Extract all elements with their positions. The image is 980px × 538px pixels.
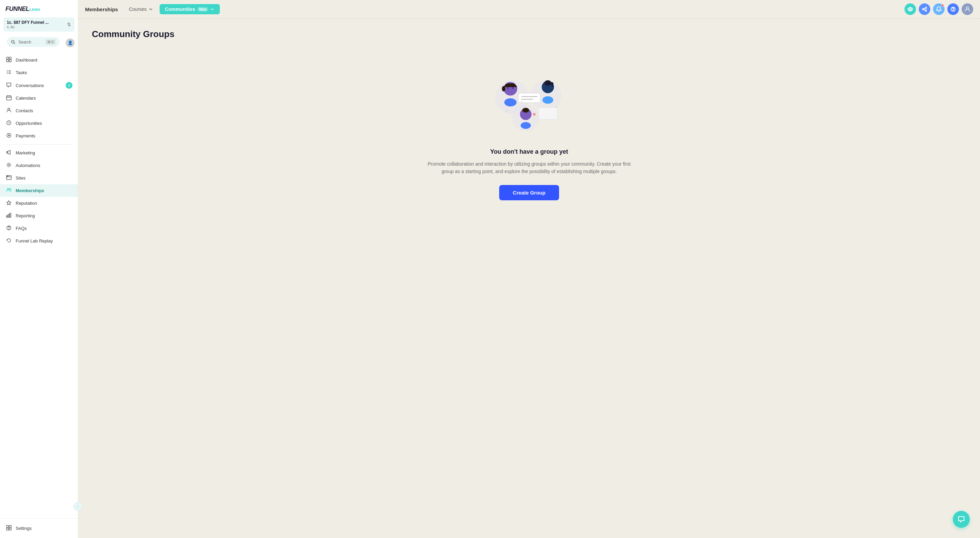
sidebar-label-sites: Sites [16,176,25,181]
reputation-icon [5,200,12,206]
top-nav-tabs: Memberships Courses Communities New [85,4,220,14]
sidebar-label-faqs: FAQs [16,226,27,231]
svg-rect-33 [6,525,8,527]
chat-fab-button[interactable] [953,511,970,528]
reporting-icon [5,213,12,219]
svg-rect-36 [9,528,11,530]
dashboard-icon [5,57,12,63]
tab-courses[interactable]: Courses [124,4,158,14]
main-content: Memberships Courses Communities New Comm… [78,0,980,538]
svg-point-26 [10,189,11,190]
svg-point-64 [506,110,508,112]
sidebar-label-settings: Settings [16,526,32,531]
svg-rect-35 [6,528,8,530]
svg-point-39 [923,8,924,10]
svg-marker-27 [7,201,11,205]
faqs-icon [5,225,12,232]
nav-divider [5,144,73,144]
sidebar-label-automations: Automations [16,163,40,168]
workspace-chevron-icon: ⇅ [67,22,71,27]
conversations-icon [5,82,12,89]
user-avatar-button[interactable] [962,3,973,15]
workspace-name: 1c. $87 DFY Funnel ... [7,20,49,25]
svg-line-41 [924,8,925,9]
svg-point-32 [9,229,9,230]
svg-point-38 [925,7,927,8]
user-icon[interactable]: 👤 [66,38,75,47]
logo: FUNNELLines [5,5,40,13]
sidebar-item-opportunities[interactable]: Opportunities [0,117,78,130]
svg-point-63 [533,113,536,116]
search-bar[interactable]: Search ⌘ K [7,37,60,47]
notifications-icon-button[interactable] [933,3,945,15]
sidebar-item-conversations[interactable]: Conversations 0 [0,79,78,92]
nav-section: Dashboard Tasks Conversations 0 Calendar… [0,52,78,518]
sidebar-label-marketing: Marketing [16,150,35,156]
preview-icon-button[interactable] [904,3,916,15]
workspace-selector[interactable]: 1c. $87 DFY Funnel ... x, bc ⇅ [3,17,75,32]
search-icon [11,40,16,44]
sidebar-item-contacts[interactable]: Contacts [0,105,78,117]
sidebar-item-tasks[interactable]: Tasks [0,66,78,79]
notification-dot [941,4,944,7]
sidebar-collapse-button[interactable]: ‹ [73,502,82,511]
sidebar-item-automations[interactable]: Automations [0,159,78,172]
sidebar-item-sites[interactable]: Sites [0,172,78,184]
svg-line-42 [924,10,925,10]
sidebar-item-faqs[interactable]: FAQs [0,222,78,235]
tasks-icon [5,69,12,76]
sidebar-item-funnel-lab-replay[interactable]: Funnel Lab Replay [0,235,78,247]
svg-point-53 [502,86,505,92]
sites-icon [5,175,12,181]
sidebar-label-conversations: Conversations [16,83,44,88]
sidebar-label-funnel-lab-replay: Funnel Lab Replay [16,238,53,243]
svg-point-40 [925,10,927,11]
svg-rect-66 [539,108,557,119]
svg-point-20 [8,164,10,166]
sidebar-label-opportunities: Opportunities [16,121,42,126]
svg-point-37 [909,8,911,10]
communities-new-badge: New [197,7,208,11]
svg-point-25 [8,189,9,190]
svg-point-16 [8,108,10,110]
svg-point-50 [504,98,517,106]
sidebar-item-dashboard[interactable]: Dashboard [0,54,78,66]
memberships-icon [5,187,12,194]
svg-point-55 [542,96,553,104]
svg-rect-34 [9,525,11,527]
sidebar-label-tasks: Tasks [16,70,27,75]
sidebar-item-settings[interactable]: Settings [0,522,78,535]
conversations-badge: 0 [66,82,73,89]
sidebar-label-dashboard: Dashboard [16,57,37,63]
empty-state-title: You don't have a group yet [490,148,568,156]
svg-rect-29 [8,214,9,217]
svg-line-1 [14,43,15,44]
help-icon-button[interactable] [947,3,959,15]
sidebar-label-calendars: Calendars [16,95,36,101]
svg-point-23 [7,176,8,176]
share-icon-button[interactable] [919,3,930,15]
sidebar-label-memberships: Memberships [16,188,44,193]
svg-rect-4 [6,60,8,62]
page-title: Community Groups [92,29,966,40]
top-navbar: Memberships Courses Communities New [78,0,980,19]
sidebar-item-reporting[interactable]: Reporting [0,209,78,222]
sidebar: FUNNELLines 1c. $87 DFY Funnel ... x, bc… [0,0,78,538]
svg-rect-3 [9,57,11,59]
sidebar-item-payments[interactable]: Payments [0,130,78,142]
svg-point-44 [953,11,953,11]
top-nav-title: Memberships [85,6,118,12]
nav-bottom: Settings [0,518,78,538]
create-group-button[interactable]: Create Group [499,185,559,200]
svg-rect-2 [6,57,8,59]
tab-communities[interactable]: Communities New [159,4,220,14]
sidebar-item-marketing[interactable]: Marketing [0,147,78,159]
sidebar-item-memberships[interactable]: Memberships [0,184,78,197]
opportunities-icon [5,120,12,127]
sidebar-item-calendars[interactable]: Calendars [0,92,78,105]
empty-state-description: Promote collaboration and interaction by… [427,160,631,176]
svg-point-45 [966,7,969,9]
tab-courses-label: Courses [129,6,147,12]
sidebar-item-reputation[interactable]: Reputation [0,197,78,209]
svg-rect-5 [9,60,11,62]
